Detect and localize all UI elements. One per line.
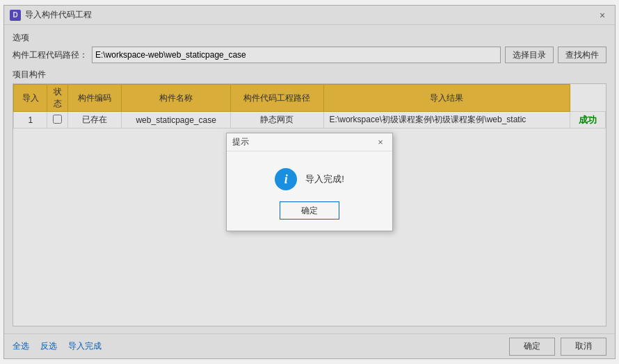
dialog-footer: 确定 [227,201,392,231]
dialog: 提示 × i 导入完成! 确定 [226,133,393,231]
dialog-close-button[interactable]: × [374,136,387,149]
dialog-icon-row: i 导入完成! [275,168,344,190]
dialog-body: i 导入完成! [227,151,392,201]
dialog-message: 导入完成! [305,173,344,185]
dialog-overlay: 提示 × i 导入完成! 确定 [4,6,615,358]
dialog-confirm-button[interactable]: 确定 [280,201,339,220]
info-icon: i [275,168,297,190]
dialog-title-bar: 提示 × [227,133,392,151]
dialog-title: 提示 [232,136,249,148]
main-window: D 导入构件代码工程 × 选项 构件工程代码路径： 选择目录 查找构件 项目构件… [3,5,616,359]
